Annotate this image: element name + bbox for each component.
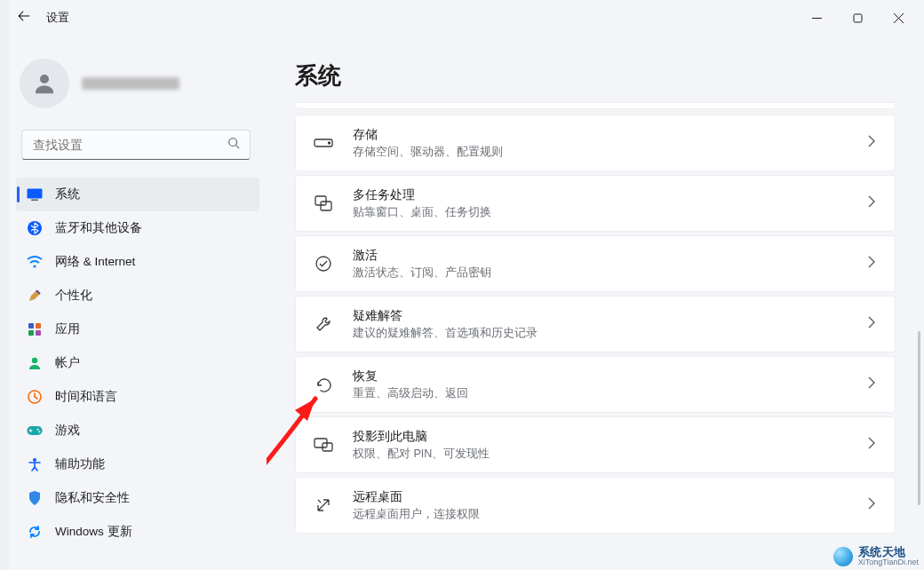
personalize-icon	[27, 288, 43, 304]
card-text: 存储 存储空间、驱动器、配置规则	[353, 127, 848, 160]
minimize-button[interactable]	[796, 4, 837, 32]
card-text: 疑难解答 建议的疑难解答、首选项和历史记录	[353, 308, 848, 341]
card-subtitle: 激活状态、订阅、产品密钥	[353, 265, 848, 281]
sidebar-item-label: 帐户	[55, 355, 80, 371]
card-text: 远程桌面 远程桌面用户，连接权限	[353, 489, 848, 522]
window-controls	[796, 4, 919, 32]
card-subtitle: 权限、配对 PIN、可发现性	[353, 447, 848, 462]
content: 系统 存储 存储空间、驱动器、配置规则 多任务处理 贴靠窗口、桌面、任务切换 激…	[267, 36, 924, 570]
close-button[interactable]	[878, 4, 919, 32]
recovery-icon	[314, 375, 333, 394]
card-storage[interactable]: 存储 存储空间、驱动器、配置规则	[295, 115, 896, 171]
time-lang-icon	[27, 389, 43, 405]
sidebar-item-label: 个性化	[55, 288, 92, 304]
system-icon	[27, 186, 43, 202]
watermark-logo-icon	[833, 547, 853, 566]
gaming-icon	[27, 423, 43, 439]
card-subtitle: 重置、高级启动、返回	[353, 386, 848, 401]
back-button[interactable]	[18, 10, 30, 26]
sidebar-item-label: 应用	[55, 321, 80, 337]
sidebar-item-time-lang[interactable]: 时间和语言	[16, 380, 259, 414]
svg-point-2	[229, 139, 237, 146]
sidebar-item-privacy[interactable]: 隐私和安全性	[16, 481, 259, 515]
activation-icon	[314, 254, 333, 273]
card-subtitle: 建议的疑难解答、首选项和历史记录	[353, 326, 848, 341]
chevron-right-icon	[867, 376, 875, 392]
svg-point-6	[33, 265, 36, 267]
body: 系统 蓝牙和其他设备 网络 & Internet 个性化 应用 帐户 时间和语言…	[0, 36, 924, 570]
watermark-url: XiTongTianDi.net	[858, 558, 919, 566]
card-remote-desktop[interactable]: 远程桌面 远程桌面用户，连接权限	[295, 477, 896, 534]
apps-icon	[27, 321, 43, 337]
user-display-name	[82, 77, 179, 90]
window-title: 设置	[46, 11, 69, 26]
sidebar-item-personalize[interactable]: 个性化	[16, 279, 259, 313]
sidebar-item-label: 时间和语言	[55, 389, 117, 405]
network-icon	[27, 254, 43, 270]
multitask-icon	[314, 194, 333, 213]
card-text: 投影到此电脑 权限、配对 PIN、可发现性	[353, 429, 848, 462]
settings-cards: 存储 存储空间、驱动器、配置规则 多任务处理 贴靠窗口、桌面、任务切换 激活 激…	[295, 115, 896, 534]
watermark: 系统天地 XiTongTianDi.net	[833, 546, 919, 566]
svg-point-18	[329, 142, 331, 144]
card-troubleshoot[interactable]: 疑难解答 建议的疑难解答、首选项和历史记录	[295, 296, 896, 352]
card-text: 多任务处理 贴靠窗口、桌面、任务切换	[353, 187, 848, 220]
svg-rect-4	[31, 200, 38, 202]
chevron-right-icon	[867, 497, 875, 513]
sidebar-item-update[interactable]: Windows 更新	[16, 515, 259, 549]
sidebar-item-bluetooth[interactable]: 蓝牙和其他设备	[16, 211, 259, 245]
avatar	[20, 59, 69, 108]
svg-point-11	[32, 358, 37, 363]
search-input[interactable]	[21, 130, 251, 160]
sidebar-item-label: 游戏	[55, 423, 80, 439]
card-title: 多任务处理	[353, 187, 848, 203]
svg-point-14	[37, 429, 39, 431]
card-recovery[interactable]: 恢复 重置、高级启动、返回	[295, 356, 896, 413]
background-edge	[0, 0, 9, 570]
sidebar-item-gaming[interactable]: 游戏	[16, 414, 259, 447]
sidebar-item-label: Windows 更新	[55, 524, 132, 540]
card-text: 激活 激活状态、订阅、产品密钥	[353, 248, 848, 281]
svg-rect-10	[36, 330, 41, 336]
card-multitask[interactable]: 多任务处理 贴靠窗口、桌面、任务切换	[295, 175, 896, 232]
card-title: 疑难解答	[353, 308, 848, 324]
chevron-right-icon	[867, 316, 875, 332]
sidebar-nav: 系统 蓝牙和其他设备 网络 & Internet 个性化 应用 帐户 时间和语言…	[16, 178, 259, 549]
sidebar-item-accessibility[interactable]: 辅助功能	[16, 447, 259, 481]
maximize-button[interactable]	[837, 4, 878, 32]
sidebar-item-accounts[interactable]: 帐户	[16, 346, 259, 380]
project-icon	[314, 435, 333, 455]
svg-rect-8	[36, 323, 41, 329]
card-subtitle: 远程桌面用户，连接权限	[353, 507, 848, 522]
storage-icon	[314, 133, 333, 153]
chevron-right-icon	[867, 256, 875, 272]
remote-desktop-icon	[314, 495, 333, 515]
chevron-right-icon	[867, 135, 875, 151]
search-field[interactable]	[21, 130, 251, 160]
svg-point-1	[40, 75, 49, 83]
svg-rect-7	[28, 323, 34, 329]
card-title: 存储	[353, 127, 848, 143]
card-activation[interactable]: 激活 激活状态、订阅、产品密钥	[295, 235, 896, 292]
card-subtitle: 贴靠窗口、桌面、任务切换	[353, 205, 848, 220]
sidebar-item-network[interactable]: 网络 & Internet	[16, 245, 259, 279]
user-block[interactable]	[20, 59, 259, 108]
card-title: 激活	[353, 248, 848, 264]
chevron-right-icon	[867, 195, 875, 211]
sidebar-item-system[interactable]: 系统	[16, 178, 259, 211]
card-subtitle: 存储空间、驱动器、配置规则	[353, 145, 848, 160]
card-project[interactable]: 投影到此电脑 权限、配对 PIN、可发现性	[295, 416, 896, 473]
sidebar: 系统 蓝牙和其他设备 网络 & Internet 个性化 应用 帐户 时间和语言…	[0, 36, 267, 570]
card-title: 恢复	[353, 368, 848, 384]
titlebar: 设置	[0, 0, 924, 36]
search-icon	[227, 137, 240, 153]
settings-window: 设置	[0, 0, 924, 570]
update-icon	[27, 524, 43, 540]
privacy-icon	[27, 490, 43, 506]
sidebar-item-apps[interactable]: 应用	[16, 313, 259, 346]
scrollbar-thumb[interactable]	[918, 331, 920, 505]
troubleshoot-icon	[314, 314, 333, 334]
sidebar-item-label: 隐私和安全性	[55, 490, 130, 506]
svg-rect-9	[28, 330, 34, 336]
card-title: 投影到此电脑	[353, 429, 848, 445]
